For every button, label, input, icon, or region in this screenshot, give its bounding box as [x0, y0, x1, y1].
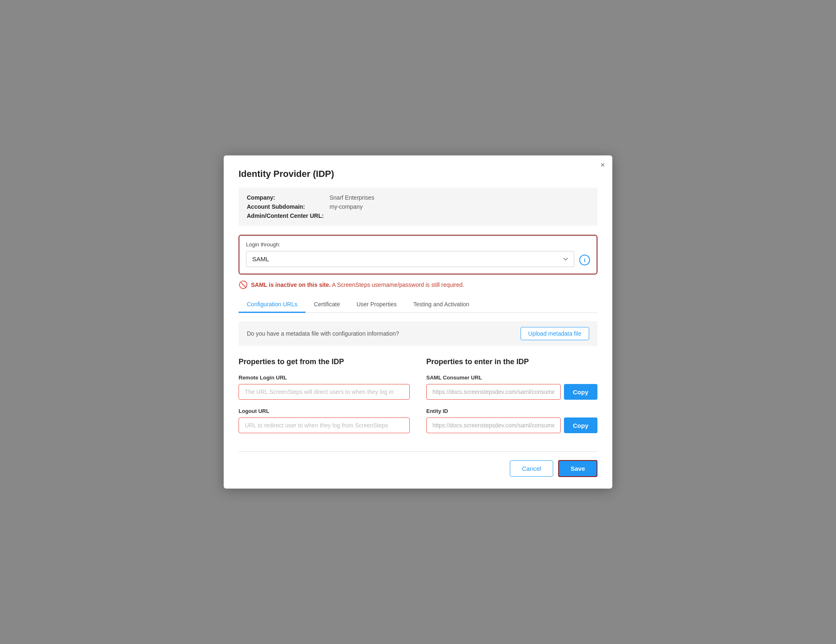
remote-login-url-label: Remote Login URL: [239, 374, 410, 381]
footer-divider: [239, 451, 597, 452]
saml-consumer-url-wrapper: Copy: [426, 384, 597, 400]
tab-config-urls[interactable]: Configuration URLs: [239, 297, 306, 313]
entity-id-label: Entity ID: [426, 408, 597, 414]
company-value: Snarf Enterprises: [330, 194, 374, 201]
entity-id-field: Entity ID Copy: [426, 408, 597, 433]
entity-id-input[interactable]: [426, 417, 561, 433]
info-icon[interactable]: i: [579, 255, 590, 265]
footer: Cancel Save: [239, 460, 597, 477]
modal-title: Identity Provider (IDP): [239, 169, 597, 179]
tab-user-properties[interactable]: User Properties: [348, 297, 405, 313]
login-select[interactable]: SAML ScreenSteps Other: [246, 251, 574, 267]
subdomain-value: my-company: [330, 203, 363, 210]
warning-icon: 🚫: [239, 280, 248, 289]
upload-metadata-button[interactable]: Upload metadata file: [521, 327, 589, 340]
remote-login-url-input[interactable]: [239, 384, 410, 400]
url-row: Admin/Content Center URL:: [247, 212, 589, 219]
logout-url-label: Logout URL: [239, 408, 410, 414]
login-label: Login through:: [246, 241, 574, 248]
logout-url-field: Logout URL: [239, 408, 410, 433]
modal-dialog: × Identity Provider (IDP) Company: Snarf…: [224, 155, 612, 489]
saml-consumer-url-copy-button[interactable]: Copy: [564, 384, 598, 400]
subdomain-label: Account Subdomain:: [247, 203, 330, 210]
warning-text: SAML is inactive on this site. A ScreenS…: [251, 281, 464, 288]
saml-consumer-url-label: SAML Consumer URL: [426, 374, 597, 381]
subdomain-row: Account Subdomain: my-company: [247, 203, 589, 210]
login-section: Login through: SAML ScreenSteps Other i: [239, 235, 597, 274]
info-box: Company: Snarf Enterprises Account Subdo…: [239, 188, 597, 226]
tab-testing-activation[interactable]: Testing and Activation: [405, 297, 477, 313]
logout-url-input[interactable]: [239, 417, 410, 433]
warning-bold: SAML is inactive on this site.: [251, 281, 331, 288]
login-field: Login through: SAML ScreenSteps Other: [246, 241, 574, 267]
company-label: Company:: [247, 194, 330, 201]
company-row: Company: Snarf Enterprises: [247, 194, 589, 201]
entity-id-copy-button[interactable]: Copy: [564, 417, 598, 433]
warning-normal: A ScreenSteps username/password is still…: [331, 281, 464, 288]
cancel-button[interactable]: Cancel: [510, 460, 553, 477]
entity-id-wrapper: Copy: [426, 417, 597, 433]
tabs: Configuration URLs Certificate User Prop…: [239, 297, 597, 313]
saml-consumer-url-field: SAML Consumer URL Copy: [426, 374, 597, 400]
metadata-text: Do you have a metadata file with configu…: [247, 330, 399, 337]
properties-grid: Properties to get from the IDP Remote Lo…: [239, 358, 597, 441]
saml-consumer-url-input[interactable]: [426, 384, 561, 400]
right-section-title: Properties to enter in the IDP: [426, 358, 597, 366]
close-button[interactable]: ×: [600, 161, 605, 169]
url-label: Admin/Content Center URL:: [247, 212, 330, 219]
save-button[interactable]: Save: [558, 460, 597, 477]
tab-certificate[interactable]: Certificate: [306, 297, 348, 313]
left-section-title: Properties to get from the IDP: [239, 358, 410, 366]
metadata-bar: Do you have a metadata file with configu…: [239, 321, 597, 346]
right-section: Properties to enter in the IDP SAML Cons…: [426, 358, 597, 441]
warning-row: 🚫 SAML is inactive on this site. A Scree…: [239, 280, 597, 289]
left-section: Properties to get from the IDP Remote Lo…: [239, 358, 410, 441]
remote-login-url-field: Remote Login URL: [239, 374, 410, 400]
